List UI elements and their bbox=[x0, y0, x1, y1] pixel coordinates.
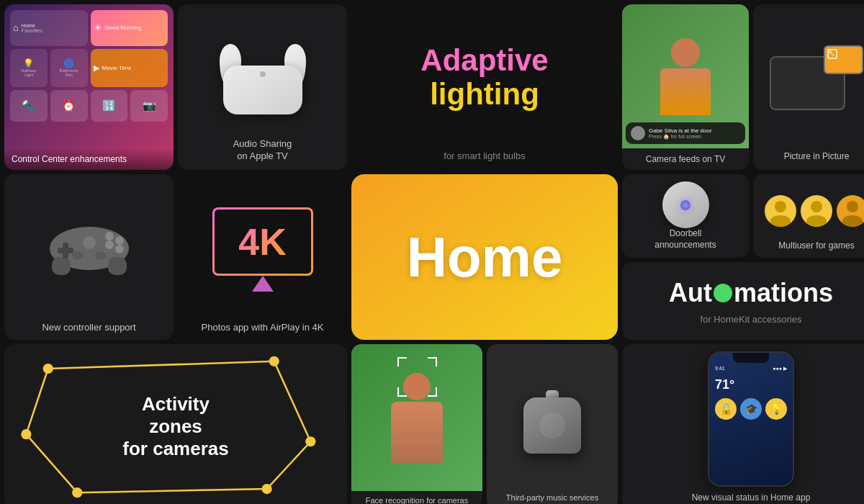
adaptive-lighting-visual: Adaptive lighting bbox=[420, 4, 548, 150]
svg-point-28 bbox=[95, 251, 107, 260]
card-activity-zones: Activityzonesfor cameras bbox=[4, 344, 347, 504]
airpods-visual bbox=[205, 4, 320, 138]
main-grid-fixed: ⌂HomeFavorites ☀Good Morning 💡HallwayLig… bbox=[0, 0, 864, 504]
svg-point-27 bbox=[72, 251, 84, 260]
svg-marker-29 bbox=[26, 361, 310, 492]
notif-icon bbox=[631, 126, 645, 140]
camera-person bbox=[660, 38, 711, 115]
home-icon-bell: 🎓 bbox=[740, 398, 762, 420]
card-audio-sharing: Audio Sharingon Apple TV bbox=[178, 4, 347, 170]
adaptive-line2: lighting bbox=[430, 78, 539, 111]
cc-time: ⏰ bbox=[50, 90, 88, 122]
cc-movie: ▶Movie Time bbox=[91, 49, 168, 87]
card-pip: ↖ Picture in Picture bbox=[753, 4, 864, 170]
audio-label: Audio Sharingon Apple TV bbox=[233, 138, 292, 163]
camera-label: Camera feeds on TV bbox=[622, 148, 749, 170]
pip-container: ↖ bbox=[770, 45, 863, 110]
phone-screen: 9:41 ●●● ▶ 71° 🔓 🎓 💡 bbox=[709, 353, 793, 485]
multiuser-visual bbox=[765, 181, 864, 240]
music-visual bbox=[523, 351, 581, 492]
avatar-1 bbox=[765, 195, 796, 227]
cc-mockup: ⌂HomeFavorites ☀Good Morning 💡HallwayLig… bbox=[10, 10, 168, 144]
home-title: Home bbox=[407, 225, 563, 290]
card-adaptive-lighting: Adaptive lighting for smart light bulbs bbox=[351, 4, 618, 170]
adaptive-subtitle: for smart light bulbs bbox=[444, 150, 525, 161]
svg-rect-18 bbox=[52, 257, 71, 275]
scan-box bbox=[397, 357, 437, 397]
camera-notification: Gabe Silva is at the door Press 🏠 for fu… bbox=[626, 122, 745, 144]
automations-subtitle: for HomeKit accessories bbox=[701, 314, 802, 325]
svg-rect-21 bbox=[58, 248, 73, 253]
person-body bbox=[660, 68, 711, 115]
home-app-label: New visual status in Home app bbox=[692, 492, 811, 503]
doorbell-visual bbox=[662, 181, 709, 228]
right-row-1: Gabe Silva is at the door Press 🏠 for fu… bbox=[622, 4, 864, 170]
avatar-3 bbox=[837, 195, 864, 227]
av3-head bbox=[847, 201, 858, 212]
cc-morning-widget: ☀Good Morning bbox=[91, 10, 168, 46]
cc-label: Control Center enhancements bbox=[4, 148, 174, 170]
cc-calc: 🔢 bbox=[91, 90, 128, 122]
right-row-2: Doorbellannouncements Multiuser for game… bbox=[622, 174, 864, 340]
c-tr bbox=[428, 357, 437, 366]
activity-visual: Activityzonesfor cameras bbox=[4, 344, 347, 504]
notif-main: Gabe Silva is at the door bbox=[649, 127, 712, 134]
4k-container: 4K bbox=[212, 207, 313, 276]
svg-point-25 bbox=[105, 232, 114, 240]
svg-point-23 bbox=[115, 236, 124, 245]
home-control-icons: 🔓 🎓 💡 bbox=[715, 398, 787, 420]
homepod-container bbox=[523, 390, 581, 454]
controller-svg bbox=[46, 221, 132, 275]
svg-point-22 bbox=[105, 240, 114, 249]
card-face-recognition: Face recognition for cameras bbox=[351, 344, 482, 504]
phone-mockup: 9:41 ●●● ▶ 71° 🔓 🎓 💡 bbox=[708, 351, 794, 487]
activity-svg bbox=[4, 344, 347, 504]
svg-point-31 bbox=[269, 356, 279, 366]
card-controller: New controller support bbox=[4, 174, 174, 340]
svg-point-26 bbox=[83, 236, 96, 249]
4k-triangle bbox=[252, 276, 274, 292]
card-photos-4k: 4K Photos app with AirPlay in 4K bbox=[178, 174, 347, 340]
av1-head bbox=[775, 201, 786, 212]
card-home-visual-status: 9:41 ●●● ▶ 71° 🔓 🎓 💡 New visual status i… bbox=[622, 344, 864, 504]
card-doorbell: Doorbellannouncements bbox=[622, 174, 749, 258]
card-control-center: ⌂HomeFavorites ☀Good Morning 💡HallwayLig… bbox=[4, 4, 174, 170]
notif-text: Gabe Silva is at the door Press 🏠 for fu… bbox=[649, 127, 712, 140]
card-multiuser: Multiuser for games bbox=[753, 174, 864, 258]
doorbell-light bbox=[680, 200, 690, 210]
auto-post: mations bbox=[734, 278, 833, 308]
camera-visual: Gabe Silva is at the door Press 🏠 for fu… bbox=[622, 4, 749, 148]
card-automations: Autmations for HomeKit accessories bbox=[622, 262, 864, 340]
home-icon-light: 💡 bbox=[765, 398, 787, 420]
airpods-case bbox=[223, 66, 302, 114]
multiuser-label: Multiuser for games bbox=[778, 240, 854, 251]
right-panel: Gabe Silva is at the door Press 🏠 for fu… bbox=[622, 4, 864, 504]
cc-bathroom: 🌀BathroomFan bbox=[50, 49, 88, 87]
av2-body bbox=[806, 215, 827, 227]
signal-icons: ●●● ▶ bbox=[773, 366, 787, 372]
4k-text: 4K bbox=[238, 223, 286, 261]
c-bl bbox=[397, 387, 407, 397]
avatar-2 bbox=[801, 195, 832, 227]
face-visual bbox=[351, 344, 482, 491]
auto-green-dot bbox=[714, 284, 732, 302]
pip-label: Picture in Picture bbox=[784, 151, 850, 161]
av3-body bbox=[842, 215, 863, 227]
c-tl bbox=[397, 357, 407, 366]
face-scan bbox=[397, 350, 437, 390]
clock-display: 9:41 bbox=[715, 366, 725, 372]
card-camera-feeds: Gabe Silva is at the door Press 🏠 for fu… bbox=[622, 4, 749, 170]
person-head bbox=[671, 38, 700, 67]
hp-grill bbox=[539, 413, 565, 438]
svg-point-35 bbox=[21, 429, 31, 439]
home-app-visual: 9:41 ●●● ▶ 71° 🔓 🎓 💡 New visual status i… bbox=[629, 351, 864, 503]
c-br bbox=[428, 387, 437, 397]
hp-cap bbox=[546, 390, 559, 397]
hp-body bbox=[523, 397, 581, 454]
face-label: Face recognition for cameras bbox=[351, 491, 482, 504]
doorbell-device bbox=[662, 181, 709, 228]
svg-point-34 bbox=[72, 487, 82, 498]
svg-point-24 bbox=[115, 245, 124, 253]
doorbell-label: Doorbellannouncements bbox=[654, 228, 716, 251]
card-home-center: Home bbox=[351, 174, 618, 340]
